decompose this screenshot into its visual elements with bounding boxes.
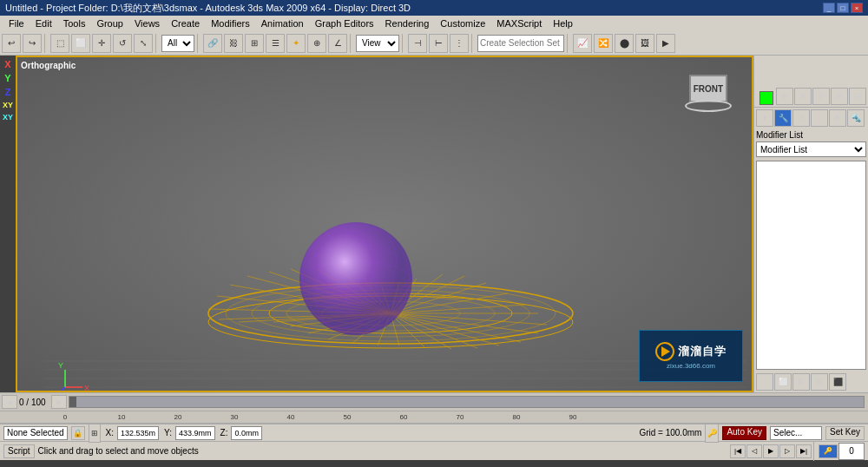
mirror-button[interactable]: ⊣ — [408, 34, 427, 53]
menu-views[interactable]: Views — [129, 17, 165, 30]
maximize-button[interactable]: □ — [837, 3, 849, 13]
rotate-button[interactable]: ↺ — [113, 34, 132, 53]
x-coord-value: 132.535m — [121, 429, 155, 437]
axis-z-label[interactable]: Z — [5, 87, 11, 97]
status-bar: None Selected 🔒 ⊞ X: 132.535m Y: 433.9mm… — [0, 424, 868, 441]
unlink-button[interactable]: ⛓ — [224, 34, 243, 53]
selection-set-input[interactable] — [477, 35, 564, 52]
key-icon[interactable]: 🔑 — [705, 424, 719, 443]
rp-icon-1[interactable]: ⊕ — [776, 88, 793, 105]
axis-y-label[interactable]: Y — [4, 73, 10, 83]
snap-toggle-button[interactable]: ⊕ — [307, 34, 326, 53]
menu-help[interactable]: Help — [548, 17, 578, 30]
menu-file[interactable]: File — [3, 17, 30, 30]
lock-button[interactable]: 🔒 — [71, 426, 85, 440]
utilities-icon[interactable]: 🔩 — [847, 109, 865, 127]
axis-xy-label[interactable]: XY — [3, 101, 13, 109]
logo-overlay: 溜溜自学 zixue.3d66.com — [639, 330, 743, 382]
motion-icon[interactable]: ▷ — [811, 109, 828, 127]
timeline-thumb[interactable] — [69, 397, 76, 407]
render-setup-button[interactable]: 🖼 — [635, 34, 654, 53]
auto-key-button[interactable]: Auto Key — [722, 426, 766, 440]
link-button[interactable]: 🔗 — [203, 34, 222, 53]
ruler-area: 0 10 20 30 40 50 60 70 80 90 — [0, 411, 868, 424]
filter-select[interactable]: All — [161, 35, 194, 52]
axis-xy2-label[interactable]: XY — [3, 113, 13, 122]
toolbar-separator-3 — [197, 34, 201, 53]
rp-icon-2[interactable]: ⊗ — [794, 88, 812, 105]
curve-editor-button[interactable]: 📈 — [573, 34, 592, 53]
menu-graph-editors[interactable]: Graph Editors — [310, 17, 379, 30]
prev-key-button[interactable]: ◁ — [746, 444, 762, 458]
ruler-tick-60: 60 — [400, 413, 408, 421]
material-editor-button[interactable]: ⬤ — [615, 34, 634, 53]
rp-icon-3[interactable]: ⊘ — [812, 88, 830, 105]
modifier-list-label: Modifier List — [756, 130, 866, 140]
set-key-button[interactable]: Set Key — [825, 426, 865, 440]
play-button[interactable]: ▶ — [763, 444, 779, 458]
modifier-select[interactable]: Modifier List — [756, 141, 866, 157]
frame-input[interactable] — [838, 443, 865, 460]
next-key-button[interactable]: ▷ — [779, 444, 795, 458]
layer-button[interactable]: ⋮ — [450, 34, 469, 53]
timeline-arrow-left[interactable]: ◀ — [2, 395, 17, 409]
menu-group[interactable]: Group — [91, 17, 128, 30]
modifier-list-area — [756, 161, 866, 370]
viewport-3d[interactable]: Orthographic — [16, 56, 753, 392]
create-icon[interactable]: ✦ — [756, 109, 773, 127]
menu-edit[interactable]: Edit — [30, 17, 57, 30]
menu-create[interactable]: Create — [166, 17, 205, 30]
script-label[interactable]: Script — [3, 444, 35, 458]
close-button[interactable]: × — [851, 3, 863, 13]
next-frame-button[interactable]: ▶| — [796, 444, 812, 458]
render-button[interactable]: ▶ — [656, 34, 675, 53]
y-coord-label: Y: — [164, 428, 172, 437]
ruler-tick-20: 20 — [174, 413, 182, 421]
rp-bottom-icon-5[interactable]: ⬛ — [829, 373, 846, 391]
select-by-name-button[interactable]: ☰ — [266, 34, 285, 53]
axis-strip: X Y Z XY XY — [0, 56, 16, 392]
menu-maxscript[interactable]: MAXScript — [491, 17, 547, 30]
minimize-button[interactable]: _ — [823, 3, 835, 13]
angle-snap-button[interactable]: ∠ — [328, 34, 347, 53]
schematic-button[interactable]: 🔀 — [594, 34, 613, 53]
rp-bottom-icon-1[interactable]: ⬚ — [756, 373, 773, 391]
rp-bottom-icon-3[interactable]: ⊕ — [792, 373, 810, 391]
transform-gizmo-button[interactable]: ✦ — [286, 34, 306, 53]
menu-animation[interactable]: Animation — [256, 17, 309, 30]
rp-bottom-icon-4[interactable]: ⊞ — [811, 373, 828, 391]
x-coord-field: 132.535m — [117, 426, 159, 440]
undo-button[interactable]: ↩ — [2, 34, 21, 53]
toolbar-separator-6 — [471, 34, 475, 53]
select-region-button[interactable]: ⬜ — [71, 34, 90, 53]
select-object-button[interactable]: ⬚ — [50, 34, 69, 53]
move-button[interactable]: ✛ — [92, 34, 111, 53]
logo-top: 溜溜自学 — [655, 342, 727, 361]
timeline-arrow-right[interactable]: ▶ — [51, 395, 67, 409]
menu-modifiers[interactable]: Modifiers — [206, 17, 255, 30]
menu-customize[interactable]: Customize — [435, 17, 490, 30]
window-controls[interactable]: _ □ × — [823, 3, 863, 13]
scale-button[interactable]: ⤡ — [134, 34, 153, 53]
display-icon[interactable]: 👁 — [829, 109, 846, 127]
hierarchy-icon[interactable]: ⧖ — [792, 109, 810, 127]
modify-icon[interactable]: 🔧 — [774, 109, 792, 127]
align-button[interactable]: ⊢ — [429, 34, 448, 53]
prev-frame-button[interactable]: |◀ — [730, 444, 746, 458]
main-layout: X Y Z XY XY Orthographic — [0, 56, 868, 392]
rp-bottom-icon-2[interactable]: ⬜ — [774, 373, 792, 391]
key-mode-button[interactable]: 🔑 — [819, 444, 838, 458]
redo-button[interactable]: ↪ — [23, 34, 42, 53]
rp-icon-5[interactable]: ⊟ — [849, 88, 866, 105]
axis-x-label[interactable]: X — [4, 59, 10, 69]
hint-text: Click and drag to select and move object… — [38, 446, 199, 456]
navigation-cube[interactable]: FRONT — [682, 75, 734, 127]
view-select[interactable]: View — [356, 35, 399, 52]
color-swatch[interactable] — [760, 91, 773, 105]
timeline-bar[interactable] — [69, 396, 865, 408]
bind-button[interactable]: ⊞ — [245, 34, 264, 53]
menu-tools[interactable]: Tools — [58, 17, 91, 30]
menu-rendering[interactable]: Rendering — [380, 17, 435, 30]
rp-icon-4[interactable]: ⊞ — [831, 88, 848, 105]
coord-display[interactable]: ⊞ — [89, 424, 101, 443]
